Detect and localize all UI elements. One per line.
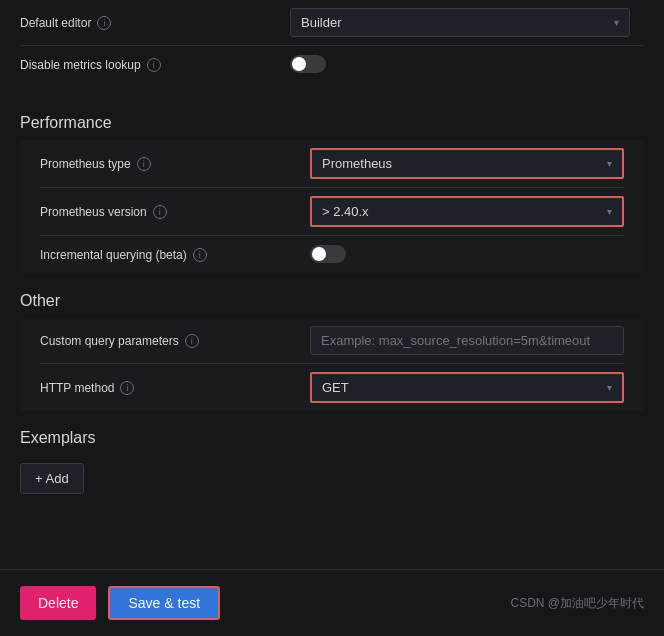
custom-query-info-icon[interactable]: i — [185, 334, 199, 348]
other-section: Other Custom query parameters i HTTP met… — [0, 274, 664, 411]
page-container: Default editor i Builder ▾ Disable metri… — [0, 0, 664, 636]
performance-section-body: Prometheus type i Prometheus ▾ Prometheu… — [20, 140, 644, 274]
prometheus-type-value: Prometheus — [322, 156, 392, 171]
exemplars-section-title: Exemplars — [20, 411, 644, 455]
prometheus-version-value: > 2.40.x — [322, 204, 369, 219]
prometheus-type-select[interactable]: Prometheus ▾ — [310, 148, 624, 179]
default-editor-info-icon[interactable]: i — [97, 16, 111, 30]
default-editor-text: Default editor — [20, 16, 91, 30]
http-method-control: GET ▾ — [310, 372, 624, 403]
custom-query-control — [310, 326, 624, 355]
http-method-select[interactable]: GET ▾ — [310, 372, 624, 403]
footer-actions: Delete Save & test — [20, 586, 220, 620]
performance-section-title: Performance — [0, 96, 664, 140]
exemplars-section: Exemplars + Add — [0, 411, 664, 494]
incremental-querying-info-icon[interactable]: i — [193, 248, 207, 262]
footer-credit: CSDN @加油吧少年时代 — [510, 595, 644, 612]
default-editor-chevron-icon: ▾ — [614, 17, 619, 28]
default-editor-value: Builder — [301, 15, 341, 30]
disable-metrics-control — [290, 55, 644, 76]
http-method-chevron-icon: ▾ — [607, 382, 612, 393]
prometheus-type-label: Prometheus type i — [40, 157, 310, 171]
custom-query-label: Custom query parameters i — [40, 334, 310, 348]
prometheus-version-row: Prometheus version i > 2.40.x ▾ — [40, 188, 624, 236]
incremental-querying-label: Incremental querying (beta) i — [40, 248, 310, 262]
http-method-label: HTTP method i — [40, 381, 310, 395]
disable-metrics-info-icon[interactable]: i — [147, 58, 161, 72]
toggle-thumb — [292, 57, 306, 71]
incremental-toggle-thumb — [312, 247, 326, 261]
top-settings: Default editor i Builder ▾ Disable metri… — [0, 0, 664, 96]
prometheus-version-control: > 2.40.x ▾ — [310, 196, 624, 227]
main-content: Default editor i Builder ▾ Disable metri… — [0, 0, 664, 569]
prometheus-version-label: Prometheus version i — [40, 205, 310, 219]
default-editor-select[interactable]: Builder ▾ — [290, 8, 630, 37]
prometheus-version-text: Prometheus version — [40, 205, 147, 219]
add-button-label: + Add — [35, 471, 69, 486]
default-editor-row: Default editor i Builder ▾ — [20, 0, 644, 46]
disable-metrics-toggle[interactable] — [290, 55, 326, 73]
incremental-querying-row: Incremental querying (beta) i — [40, 236, 624, 274]
toggle-track — [290, 55, 326, 73]
disable-metrics-text: Disable metrics lookup — [20, 58, 141, 72]
prometheus-type-chevron-icon: ▾ — [607, 158, 612, 169]
prometheus-type-row: Prometheus type i Prometheus ▾ — [40, 140, 624, 188]
prometheus-version-info-icon[interactable]: i — [153, 205, 167, 219]
incremental-querying-text: Incremental querying (beta) — [40, 248, 187, 262]
custom-query-text: Custom query parameters — [40, 334, 179, 348]
incremental-querying-toggle[interactable] — [310, 245, 346, 263]
disable-metrics-row: Disable metrics lookup i — [20, 46, 644, 84]
incremental-querying-control — [310, 245, 624, 266]
prometheus-type-info-icon[interactable]: i — [137, 157, 151, 171]
other-section-body: Custom query parameters i HTTP method i — [20, 318, 644, 411]
default-editor-label: Default editor i — [20, 16, 290, 30]
disable-metrics-label: Disable metrics lookup i — [20, 58, 290, 72]
http-method-value: GET — [322, 380, 349, 395]
prometheus-version-select[interactable]: > 2.40.x ▾ — [310, 196, 624, 227]
add-exemplar-button[interactable]: + Add — [20, 463, 84, 494]
default-editor-control: Builder ▾ — [290, 8, 644, 37]
custom-query-row: Custom query parameters i — [40, 318, 624, 364]
incremental-toggle-track — [310, 245, 346, 263]
delete-button[interactable]: Delete — [20, 586, 96, 620]
http-method-info-icon[interactable]: i — [120, 381, 134, 395]
save-test-button[interactable]: Save & test — [108, 586, 220, 620]
http-method-row: HTTP method i GET ▾ — [40, 364, 624, 411]
prometheus-type-control: Prometheus ▾ — [310, 148, 624, 179]
http-method-text: HTTP method — [40, 381, 114, 395]
other-section-title: Other — [0, 274, 664, 318]
prometheus-type-text: Prometheus type — [40, 157, 131, 171]
performance-section: Performance Prometheus type i Prometheus… — [0, 96, 664, 274]
prometheus-version-chevron-icon: ▾ — [607, 206, 612, 217]
footer: Delete Save & test CSDN @加油吧少年时代 — [0, 569, 664, 636]
custom-query-input[interactable] — [310, 326, 624, 355]
